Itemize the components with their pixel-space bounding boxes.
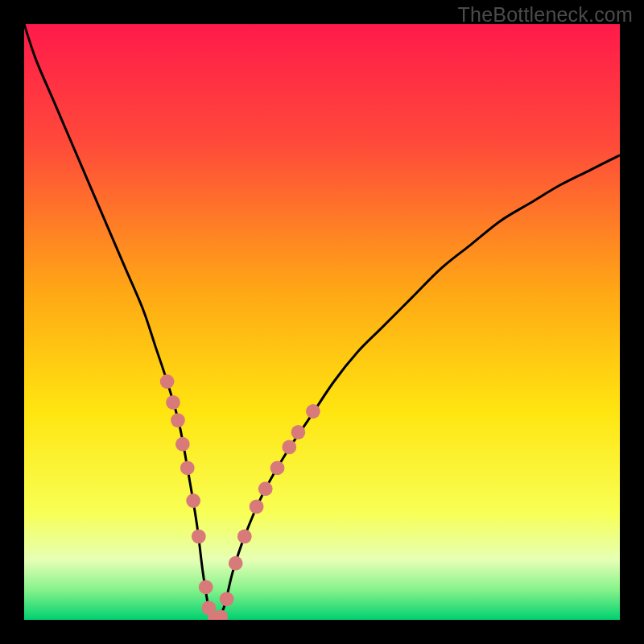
- marker-dot: [258, 481, 273, 496]
- marker-dot: [175, 437, 190, 452]
- marker-dot: [171, 413, 185, 427]
- marker-dot: [282, 440, 296, 455]
- marker-dot: [270, 460, 285, 475]
- marker-dot: [291, 425, 306, 440]
- marker-dot: [250, 500, 264, 514]
- marker-dot: [199, 580, 213, 594]
- marker-dot: [220, 592, 234, 606]
- gradient-background: [24, 24, 620, 620]
- marker-dot: [180, 460, 195, 475]
- marker-dot: [166, 395, 180, 410]
- marker-dot: [306, 404, 320, 419]
- watermark-text: TheBottleneck.com: [458, 3, 633, 27]
- plot-area: [24, 24, 620, 620]
- marker-dot: [192, 530, 206, 544]
- marker-dot: [237, 530, 252, 544]
- marker-dot: [229, 556, 243, 571]
- chart-svg: [24, 24, 620, 620]
- marker-dot: [186, 493, 200, 508]
- outer-frame: TheBottleneck.com: [0, 0, 644, 644]
- marker-dot: [160, 374, 175, 389]
